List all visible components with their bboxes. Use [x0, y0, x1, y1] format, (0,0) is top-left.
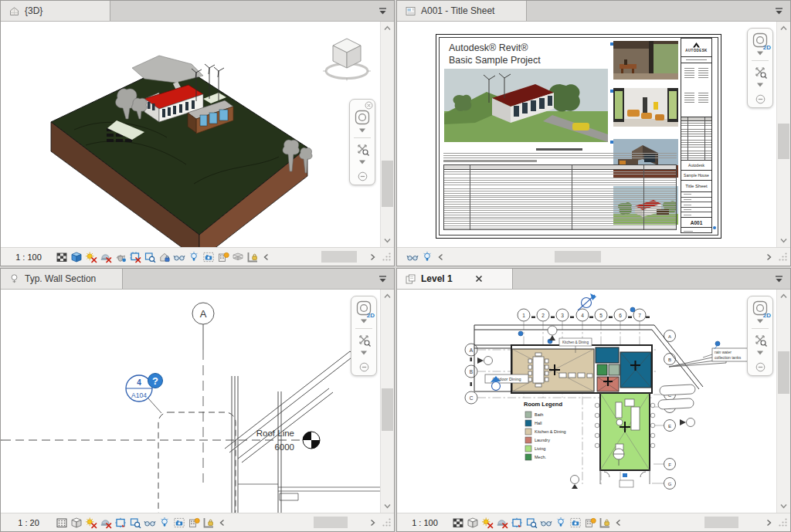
- scroll-left-icon[interactable]: [218, 518, 227, 527]
- horizontal-scrollbar[interactable]: [448, 248, 762, 266]
- zoom-options-chevron-icon[interactable]: [358, 159, 367, 165]
- scrollbar-thumb[interactable]: [382, 161, 393, 207]
- pin-icon[interactable]: [630, 307, 635, 312]
- help-icon[interactable]: ?: [148, 374, 163, 388]
- resize-grip-icon[interactable]: [382, 252, 392, 262]
- tab-3d-view[interactable]: {3D}: [1, 1, 110, 21]
- show-analytical-model-icon[interactable]: [186, 515, 201, 530]
- show-crop-region-icon[interactable]: [524, 515, 538, 530]
- sheet-page[interactable]: Autodesk® Revit® Basic Sample Project: [436, 34, 721, 239]
- reveal-hidden-elements-icon[interactable]: [553, 515, 568, 530]
- detail-level-icon[interactable]: [54, 249, 69, 264]
- scroll-up-icon[interactable]: [779, 23, 789, 33]
- scroll-right-icon[interactable]: [764, 518, 773, 527]
- scrollbar-thumb[interactable]: [382, 388, 393, 431]
- steering-wheel-2d-icon[interactable]: 2D: [752, 300, 769, 317]
- tab-list-icon[interactable]: [377, 273, 389, 285]
- scroll-up-icon[interactable]: [779, 291, 789, 301]
- horizontal-scrollbar[interactable]: [626, 513, 762, 531]
- viewport-pin-icon[interactable]: [610, 141, 613, 144]
- scale-indicator[interactable]: 1 : 20: [3, 518, 54, 527]
- grid-bubbles-left[interactable]: ABC: [465, 344, 477, 404]
- wheel-options-chevron-icon[interactable]: [755, 50, 765, 56]
- reveal-hidden-elements-icon[interactable]: [157, 515, 171, 530]
- visual-style-icon[interactable]: [69, 249, 83, 264]
- reveal-constraints-icon[interactable]: [597, 515, 612, 530]
- scroll-up-icon[interactable]: [382, 23, 392, 33]
- scale-indicator[interactable]: 1 : 100: [3, 252, 54, 262]
- scale-indicator[interactable]: 1 : 100: [399, 518, 450, 527]
- show-crop-region-icon[interactable]: [127, 515, 142, 530]
- callout-region[interactable]: [158, 412, 236, 513]
- scroll-right-icon[interactable]: [368, 252, 377, 262]
- detail-level-icon[interactable]: [54, 515, 69, 530]
- show-analytical-model-icon[interactable]: [216, 249, 230, 264]
- pan-zoom-icon[interactable]: [752, 63, 769, 80]
- visual-style-icon[interactable]: [69, 515, 83, 530]
- temporary-view-properties-icon[interactable]: [568, 515, 582, 530]
- sheet-title-text[interactable]: Autodesk® Revit® Basic Sample Project: [449, 42, 541, 67]
- reveal-hidden-elements-icon[interactable]: [186, 249, 201, 264]
- vertical-scrollbar[interactable]: [776, 22, 790, 247]
- resize-grip-icon[interactable]: [778, 252, 788, 262]
- crop-view-icon[interactable]: [113, 515, 127, 530]
- h-scrollbar-thumb[interactable]: [314, 517, 348, 528]
- reveal-constraints-icon[interactable]: [201, 515, 216, 530]
- temporary-hide-isolate-icon[interactable]: [538, 515, 553, 530]
- wheel-options-chevron-icon[interactable]: [755, 318, 765, 324]
- temporary-hide-isolate-icon[interactable]: [405, 249, 419, 264]
- pin-icon[interactable]: [518, 331, 523, 336]
- scroll-down-icon[interactable]: [779, 501, 789, 511]
- scrollbar-thumb[interactable]: [778, 351, 789, 394]
- sun-path-icon[interactable]: [83, 515, 98, 530]
- steering-wheel-2d-icon[interactable]: 2D: [752, 32, 769, 49]
- pin-icon[interactable]: [715, 341, 720, 346]
- shadows-icon[interactable]: [98, 515, 113, 530]
- sun-path-icon[interactable]: [480, 515, 494, 530]
- scroll-right-icon[interactable]: [764, 252, 773, 262]
- highlight-displacement-icon[interactable]: [230, 249, 245, 264]
- h-scrollbar-thumb[interactable]: [321, 251, 357, 263]
- exterior-rendering-large[interactable]: [444, 69, 608, 142]
- viewcube[interactable]: [321, 31, 372, 88]
- temporary-hide-isolate-icon[interactable]: [142, 515, 157, 530]
- wheel-options-chevron-icon[interactable]: [359, 318, 368, 324]
- reveal-constraints-icon[interactable]: [245, 249, 260, 264]
- scroll-down-icon[interactable]: [382, 501, 392, 511]
- zoom-options-chevron-icon[interactable]: [359, 350, 368, 356]
- pan-zoom-icon[interactable]: [752, 331, 769, 348]
- render-icon[interactable]: [113, 249, 127, 264]
- h-scrollbar-thumb[interactable]: [555, 251, 601, 263]
- room-legend[interactable]: Room Legend Bath Hall Kitchen & Dining L…: [524, 401, 566, 460]
- tab-list-icon[interactable]: [773, 5, 785, 17]
- horizontal-scrollbar[interactable]: [229, 513, 365, 531]
- vertical-scrollbar[interactable]: [380, 22, 394, 247]
- zoom-options-chevron-icon[interactable]: [755, 82, 765, 88]
- grid-bubble-a[interactable]: A: [192, 303, 214, 483]
- navbar-minimize-icon[interactable]: [358, 171, 368, 181]
- viewport-pin-icon[interactable]: [713, 226, 716, 229]
- tab-list-icon[interactable]: [773, 273, 785, 285]
- show-crop-region-icon[interactable]: [142, 249, 157, 264]
- shadows-icon[interactable]: [98, 249, 113, 264]
- scrollbar-thumb[interactable]: [778, 124, 789, 159]
- grid-bubbles-right[interactable]: ABCDEFG: [652, 330, 676, 490]
- tab-level-1[interactable]: Level 1: [397, 269, 513, 289]
- section-marker-top[interactable]: [578, 293, 596, 310]
- close-tab-icon[interactable]: [474, 274, 484, 283]
- zoom-options-chevron-icon[interactable]: [755, 350, 765, 356]
- locked-orientation-icon[interactable]: [157, 249, 171, 264]
- room-hall[interactable]: [596, 347, 619, 363]
- vertical-scrollbar[interactable]: [776, 290, 790, 513]
- section-canvas[interactable]: A Roof Lin: [1, 290, 381, 513]
- interior-rendering-1[interactable]: [613, 41, 678, 80]
- temporary-hide-isolate-icon[interactable]: [171, 249, 186, 264]
- scroll-left-icon[interactable]: [262, 252, 271, 262]
- grid-bubbles-top[interactable]: 1234567: [518, 309, 650, 321]
- scroll-down-icon[interactable]: [382, 236, 392, 246]
- h-scrollbar-thumb[interactable]: [704, 517, 738, 528]
- vertical-scrollbar[interactable]: [380, 290, 394, 513]
- temporary-view-properties-icon[interactable]: [201, 249, 216, 264]
- tab-title-sheet[interactable]: A001 - Title Sheet: [397, 1, 527, 21]
- title-block[interactable]: AUTODESK Autodesk Sample House Title She…: [681, 38, 712, 233]
